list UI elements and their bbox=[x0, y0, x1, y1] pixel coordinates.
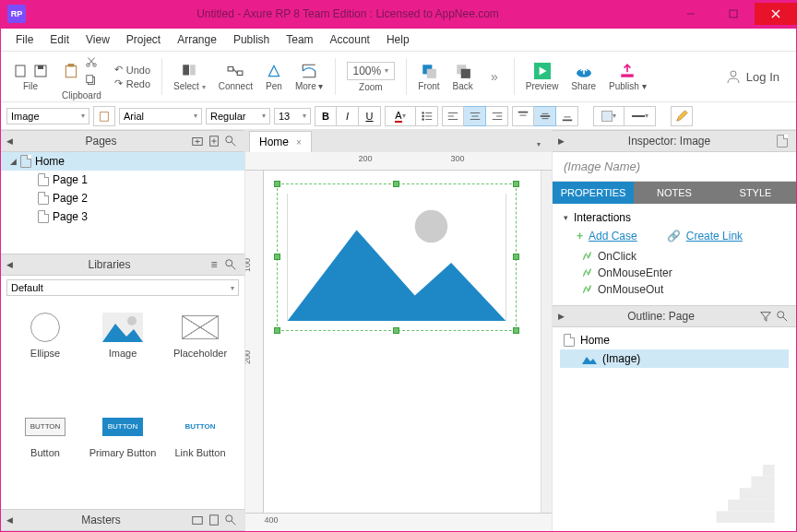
underline-button[interactable]: U bbox=[359, 106, 381, 126]
undo-button[interactable]: ↶Undo bbox=[114, 64, 150, 76]
menu-help[interactable]: Help bbox=[379, 30, 417, 49]
overflow-button[interactable]: » bbox=[481, 66, 508, 87]
menu-publish[interactable]: Publish bbox=[226, 30, 277, 49]
canvas-tab-home[interactable]: Home× bbox=[249, 131, 312, 152]
close-button[interactable] bbox=[755, 3, 797, 25]
login-button[interactable]: Log In bbox=[715, 69, 791, 84]
collapse-icon[interactable]: ▶ bbox=[558, 312, 565, 321]
collapse-icon[interactable]: ▶ bbox=[558, 136, 565, 146]
add-page-icon[interactable] bbox=[206, 133, 222, 149]
widget-link-button[interactable]: BUTTONLink Button bbox=[163, 407, 237, 502]
search-icon[interactable] bbox=[774, 308, 791, 325]
search-icon[interactable] bbox=[222, 256, 239, 273]
event-row[interactable]: 🗲OnClick bbox=[564, 248, 785, 265]
resize-handle[interactable] bbox=[274, 327, 280, 334]
more-tool[interactable]: More ▾ bbox=[290, 61, 329, 93]
italic-button[interactable]: I bbox=[337, 106, 359, 126]
tab-menu-icon[interactable]: ▾ bbox=[529, 136, 548, 152]
bullet-button[interactable] bbox=[416, 106, 438, 126]
resize-handle[interactable] bbox=[513, 181, 519, 187]
add-master-icon[interactable] bbox=[206, 512, 222, 528]
tree-row[interactable]: Page 3 bbox=[1, 207, 244, 226]
font-weight-combo[interactable]: Regular▾ bbox=[206, 108, 270, 124]
close-tab-icon[interactable]: × bbox=[296, 137, 302, 148]
resize-handle[interactable] bbox=[393, 327, 399, 334]
add-case-link[interactable]: Add Case bbox=[589, 230, 637, 242]
clipboard-group[interactable]: Clipboard bbox=[56, 52, 107, 102]
menu-project[interactable]: Project bbox=[119, 30, 168, 49]
minimize-button[interactable] bbox=[670, 3, 712, 25]
connect-tool[interactable]: Connect bbox=[213, 61, 258, 93]
tree-row[interactable]: Page 1 bbox=[1, 171, 244, 189]
create-link-link[interactable]: Create Link bbox=[686, 230, 743, 242]
widget-ellipse[interactable]: Ellipse bbox=[8, 307, 82, 403]
collapse-icon[interactable]: ◀ bbox=[6, 260, 13, 269]
outline-row-image[interactable]: (Image) bbox=[560, 349, 789, 368]
select-tool[interactable]: Select ▾ bbox=[168, 61, 211, 93]
resize-handle[interactable] bbox=[393, 181, 399, 187]
resize-handle[interactable] bbox=[274, 181, 280, 187]
fill-color-button[interactable]: ▾ bbox=[593, 106, 625, 126]
tab-style[interactable]: STYLE bbox=[715, 182, 796, 204]
font-size-combo[interactable]: 13▾ bbox=[274, 108, 311, 124]
maximize-button[interactable] bbox=[712, 3, 755, 25]
tree-row-home[interactable]: ◢Home bbox=[1, 152, 244, 171]
front-button[interactable]: Front bbox=[412, 61, 445, 93]
menu-arrange[interactable]: Arrange bbox=[170, 30, 224, 49]
paste-style-button[interactable] bbox=[93, 106, 115, 126]
valign-top-button[interactable] bbox=[512, 106, 534, 126]
pen-tool[interactable]: Pen bbox=[260, 61, 288, 93]
widget-image[interactable]: Image bbox=[86, 307, 160, 403]
widget-placeholder[interactable]: Placeholder bbox=[163, 307, 237, 403]
tree-row[interactable]: Page 2 bbox=[1, 189, 244, 207]
add-folder-icon[interactable] bbox=[189, 133, 206, 149]
zoom-combo[interactable]: 100%▾ bbox=[347, 62, 396, 80]
vertical-scrollbar[interactable] bbox=[541, 171, 552, 513]
widget-button[interactable]: BUTTONButton bbox=[8, 407, 82, 502]
search-icon[interactable] bbox=[222, 133, 239, 149]
resize-handle[interactable] bbox=[513, 254, 519, 260]
pencil-button[interactable] bbox=[671, 106, 693, 126]
library-set-combo[interactable]: Default▾ bbox=[6, 279, 239, 296]
line-color-button[interactable]: ▾ bbox=[625, 106, 656, 126]
menu-edit[interactable]: Edit bbox=[42, 30, 77, 49]
share-button[interactable]: Share bbox=[565, 61, 601, 93]
resize-handle[interactable] bbox=[513, 327, 519, 334]
file-group[interactable]: File bbox=[6, 61, 54, 93]
font-combo[interactable]: Arial▾ bbox=[119, 108, 202, 124]
outline-row-home[interactable]: Home bbox=[560, 331, 789, 349]
align-right-button[interactable] bbox=[486, 106, 508, 126]
tab-notes[interactable]: NOTES bbox=[634, 182, 715, 204]
canvas-view[interactable] bbox=[264, 171, 552, 513]
filter-icon[interactable] bbox=[757, 308, 774, 325]
menu-team[interactable]: Team bbox=[279, 30, 320, 49]
publish-button[interactable]: Publish ▾ bbox=[603, 61, 652, 93]
menu-account[interactable]: Account bbox=[323, 30, 377, 49]
redo-button[interactable]: ↷Redo bbox=[114, 77, 150, 89]
align-left-button[interactable] bbox=[442, 106, 464, 126]
resize-handle[interactable] bbox=[274, 254, 280, 260]
event-row[interactable]: 🗲OnMouseEnter bbox=[564, 265, 785, 281]
collapse-icon[interactable]: ◀ bbox=[6, 136, 13, 146]
event-row[interactable]: 🗲OnMouseOut bbox=[564, 281, 785, 298]
text-color-button[interactable]: A ▾ bbox=[385, 106, 416, 126]
align-center-button[interactable] bbox=[464, 106, 486, 126]
menu-view[interactable]: View bbox=[78, 30, 117, 49]
widget-primary-button[interactable]: BUTTONPrimary Button bbox=[86, 407, 160, 502]
menu-icon[interactable]: ≡ bbox=[206, 256, 222, 273]
search-icon[interactable] bbox=[222, 512, 239, 528]
preview-button[interactable]: Preview bbox=[520, 61, 565, 93]
chevron-down-icon[interactable]: ▾ bbox=[564, 213, 568, 222]
valign-middle-button[interactable] bbox=[534, 106, 556, 126]
widget-type-combo[interactable]: Image▾ bbox=[6, 108, 89, 124]
collapse-icon[interactable]: ◀ bbox=[6, 515, 13, 525]
add-folder-icon[interactable] bbox=[189, 512, 206, 528]
page-icon[interactable] bbox=[774, 133, 791, 149]
menu-file[interactable]: File bbox=[8, 30, 41, 49]
back-button[interactable]: Back bbox=[447, 61, 479, 93]
bold-button[interactable]: B bbox=[315, 106, 337, 126]
widget-name-field[interactable]: (Image Name) bbox=[553, 152, 796, 182]
selected-image-widget[interactable] bbox=[277, 183, 517, 331]
tab-properties[interactable]: PROPERTIES bbox=[553, 182, 634, 204]
valign-bottom-button[interactable] bbox=[556, 106, 578, 126]
